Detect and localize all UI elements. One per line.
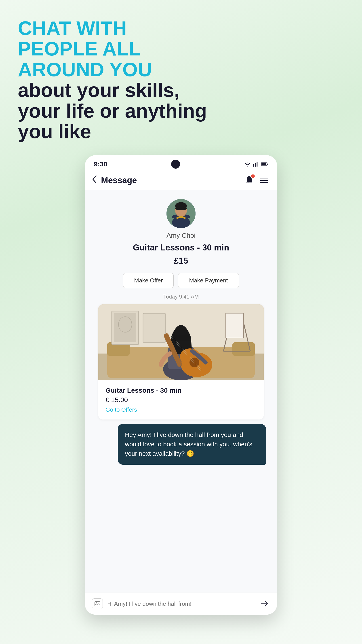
svg-rect-35 (95, 602, 100, 606)
make-offer-button[interactable]: Make Offer (123, 273, 174, 288)
chat-timestamp: Today 9:41 AM (94, 294, 268, 300)
svg-rect-2 (257, 162, 258, 166)
listing-card[interactable]: Guitar Lessons - 30 min £ 15.00 Go to Of… (98, 304, 264, 420)
app-bar: Message (85, 171, 277, 190)
svg-rect-6 (267, 164, 268, 165)
hero-section: CHAT WITH PEOPLE ALL AROUND YOU about yo… (9, 18, 210, 142)
image-icon (94, 600, 100, 607)
profile-name: Amy Choi (166, 232, 196, 239)
sent-message-bubble: Hey Amy! I live down the hall from you a… (118, 424, 266, 465)
listing-price: £15 (174, 256, 188, 266)
menu-line-2 (260, 180, 268, 181)
svg-rect-0 (253, 164, 254, 166)
chat-input-field[interactable] (107, 600, 254, 607)
listing-card-body: Guitar Lessons - 30 min £ 15.00 Go to Of… (98, 380, 264, 420)
svg-rect-1 (255, 163, 256, 166)
notification-badge (251, 174, 255, 178)
app-bar-left: Message (91, 174, 137, 186)
menu-line-1 (260, 178, 268, 178)
go-to-offers-link[interactable]: Go to Offers (105, 406, 137, 413)
svg-rect-25 (226, 313, 244, 338)
chat-bubbles: Hey Amy! I live down the hall from you a… (94, 424, 268, 465)
signal-icon (253, 162, 259, 166)
avatar[interactable] (166, 199, 196, 228)
listing-card-image (98, 304, 264, 380)
make-payment-button[interactable]: Make Payment (178, 273, 239, 288)
svg-point-11 (175, 206, 187, 210)
svg-rect-17 (232, 342, 255, 356)
hero-subtitle: your life or anything you like (18, 100, 210, 142)
phone-mockup: 9:30 (85, 155, 277, 615)
chat-input-area (85, 592, 277, 615)
svg-point-31 (189, 358, 199, 368)
status-icons (244, 162, 268, 166)
app-bar-title: Message (101, 176, 137, 185)
battery-icon (261, 162, 268, 166)
app-bar-right (245, 175, 268, 186)
back-button[interactable] (91, 174, 97, 186)
hero-normal-text: about your skills, (18, 79, 180, 101)
hero-highlight-text: CHAT WITH PEOPLE ALL (18, 17, 141, 60)
notification-bell-button[interactable] (245, 175, 254, 186)
listing-card-title: Guitar Lessons - 30 min (105, 386, 257, 394)
camera-dot (171, 160, 180, 168)
menu-button[interactable] (260, 178, 268, 183)
chat-content: Amy Choi Guitar Lessons - 30 min £15 Mak… (85, 190, 277, 592)
listing-title: Guitar Lessons - 30 min (133, 243, 229, 252)
avatar-image (166, 199, 196, 228)
status-bar: 9:30 (85, 155, 277, 171)
menu-line-3 (260, 182, 268, 183)
send-button[interactable] (259, 598, 270, 609)
profile-section: Amy Choi Guitar Lessons - 30 min £15 (94, 199, 268, 266)
listing-card-price: £ 15.00 (105, 396, 257, 404)
hero-highlight-text2: AROUND YOU (18, 58, 152, 80)
svg-rect-5 (261, 163, 266, 165)
status-time: 9:30 (94, 160, 107, 168)
send-icon (260, 600, 268, 608)
svg-point-36 (96, 602, 97, 604)
action-buttons: Make Offer Make Payment (94, 273, 268, 288)
attach-image-button[interactable] (92, 598, 103, 609)
svg-rect-21 (143, 313, 165, 342)
wifi-icon (244, 162, 251, 166)
svg-rect-19 (114, 313, 136, 342)
